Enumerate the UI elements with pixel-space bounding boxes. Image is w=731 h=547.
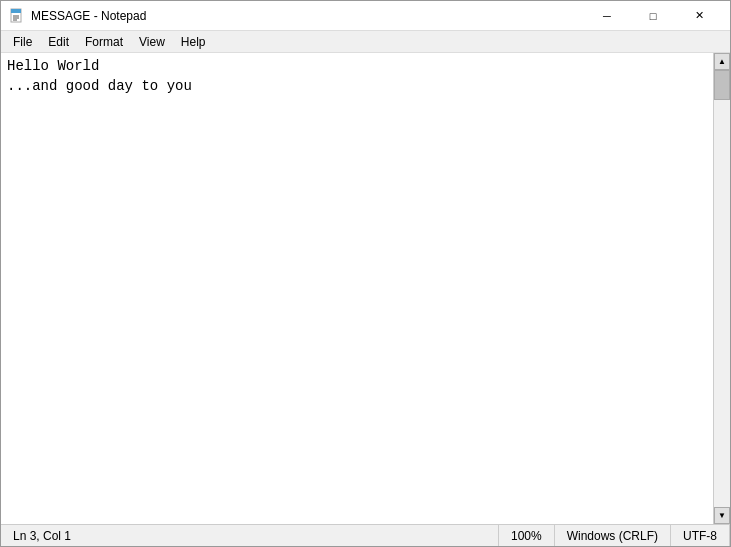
- scroll-track: [714, 70, 730, 507]
- app-icon: [9, 8, 25, 24]
- vertical-scrollbar: ▲ ▼: [713, 53, 730, 524]
- editor-area: Hello World ...and good day to you ▲ ▼: [1, 53, 730, 524]
- status-bar: Ln 3, Col 1 100% Windows (CRLF) UTF-8: [1, 524, 730, 546]
- title-bar: MESSAGE - Notepad ─ □ ✕: [1, 1, 730, 31]
- status-line-ending: Windows (CRLF): [555, 525, 671, 546]
- scroll-up-button[interactable]: ▲: [714, 53, 730, 70]
- menu-help[interactable]: Help: [173, 33, 214, 51]
- close-button[interactable]: ✕: [676, 1, 722, 31]
- minimize-button[interactable]: ─: [584, 1, 630, 31]
- menu-edit[interactable]: Edit: [40, 33, 77, 51]
- menu-bar: File Edit Format View Help: [1, 31, 730, 53]
- title-bar-controls: ─ □ ✕: [584, 1, 722, 31]
- svg-rect-1: [11, 9, 21, 13]
- text-editor[interactable]: Hello World ...and good day to you: [1, 53, 713, 524]
- scroll-down-button[interactable]: ▼: [714, 507, 730, 524]
- status-zoom: 100%: [499, 525, 555, 546]
- status-encoding: UTF-8: [671, 525, 730, 546]
- status-position: Ln 3, Col 1: [1, 525, 499, 546]
- menu-file[interactable]: File: [5, 33, 40, 51]
- scroll-thumb[interactable]: [714, 70, 730, 100]
- window-title: MESSAGE - Notepad: [31, 9, 584, 23]
- menu-format[interactable]: Format: [77, 33, 131, 51]
- maximize-button[interactable]: □: [630, 1, 676, 31]
- menu-view[interactable]: View: [131, 33, 173, 51]
- notepad-window: MESSAGE - Notepad ─ □ ✕ File Edit Format…: [0, 0, 731, 547]
